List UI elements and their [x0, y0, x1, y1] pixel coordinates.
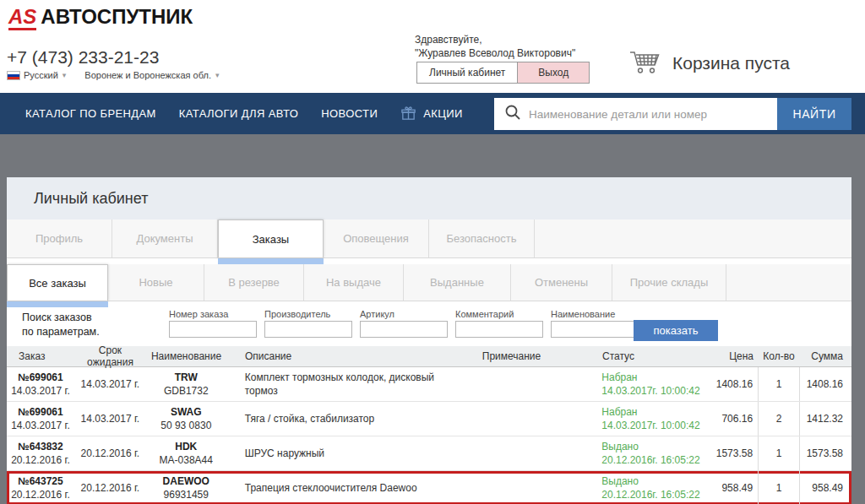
description-cell: ШРУС наружный [226, 436, 438, 470]
gift-icon [400, 106, 416, 122]
table-row[interactable]: №699061 14.03.2017 г. 14.03.2017 г. SWAG… [7, 402, 851, 436]
region-selector[interactable]: Воронеж и Воронежская обл. ▾ [84, 70, 219, 80]
filter-field-name: Наименование [551, 309, 642, 338]
note-cell [437, 367, 585, 401]
page-title: Личный кабинет [7, 177, 851, 219]
orders-filter: Поиск заказов по параметрам. Номер заказ… [7, 307, 851, 346]
brand: HDK [146, 440, 226, 453]
personal-cabinet-panel: Личный кабинет Профиль Документы Заказы … [7, 177, 851, 504]
comment-label: Комментарий [455, 309, 547, 319]
name-cell: SWAG 50 93 0830 [146, 402, 226, 436]
main-nav: КАТАЛОГ ПО БРЕНДАМ КАТАЛОГИ ДЛЯ АВТО НОВ… [0, 93, 865, 134]
logout-button[interactable]: Выход [517, 62, 589, 83]
wait-date-cell: 20.12.2016 г. [74, 471, 146, 504]
language-selector[interactable]: Русский ▾ [7, 70, 66, 80]
orders-table: Заказ Срок ожидания Наименование Описани… [7, 346, 851, 504]
brand: DAEWOO [146, 474, 226, 488]
status-cell: Выдано 20.12.2016г. 16:05:22 [585, 436, 711, 470]
article-number: 50 93 0830 [146, 419, 226, 432]
phone-number: +7 (473) 233-21-23 [7, 47, 159, 68]
comment-input[interactable] [455, 321, 543, 338]
table-row[interactable]: №643832 20.12.2016 г. 20.12.2016 г. HDK … [7, 436, 851, 471]
subtab-issued[interactable]: Выданные [404, 264, 511, 301]
language-label: Русский [24, 70, 58, 80]
table-row[interactable]: №699061 14.03.2017 г. 14.03.2017 г. TRW … [7, 367, 851, 402]
status-date: 14.03.2017г. 10:00:42 [601, 384, 711, 398]
wait-date-cell: 14.03.2017 г. [74, 402, 146, 436]
filter-field-article: Артикул [360, 309, 451, 338]
cabinet-tabs: Профиль Документы Заказы Оповещения Безо… [7, 219, 851, 258]
column-header-sum: Сумма [799, 350, 851, 362]
subtab-pickup[interactable]: На выдаче [304, 264, 404, 301]
nav-item-catalog-brands[interactable]: КАТАЛОГ ПО БРЕНДАМ [25, 107, 156, 120]
order-cell: №699061 14.03.2017 г. [7, 367, 74, 401]
order-number-input[interactable] [169, 321, 257, 338]
name-cell: TRW GDB1732 [146, 367, 226, 401]
personal-cabinet-button[interactable]: Личный кабинет [417, 62, 517, 83]
column-header-order: Заказ [7, 350, 74, 362]
region-label: Воронеж и Воронежская обл. [84, 70, 211, 80]
subtab-new[interactable]: Новые [108, 264, 204, 301]
order-date: 14.03.2017 г. [7, 384, 74, 398]
status-label: Набран [601, 371, 711, 384]
search-input[interactable] [529, 108, 777, 121]
article-number: 96931459 [146, 488, 226, 501]
status-cell: Набран 14.03.2017г. 10:00:42 [585, 402, 711, 436]
status-date: 14.03.2017г. 10:00:42 [601, 419, 711, 432]
column-header-name: Наименование [146, 350, 226, 362]
subtab-all-orders[interactable]: Все заказы [7, 264, 108, 301]
chevron-down-icon: ▾ [63, 71, 67, 79]
description-cell: Тяга / стойка, стабилизатор [226, 402, 438, 436]
search-bar [494, 98, 777, 130]
russia-flag-icon [7, 71, 20, 80]
column-header-description: Описание [226, 350, 438, 362]
order-date: 20.12.2016 г. [7, 453, 74, 467]
nav-item-news[interactable]: НОВОСТИ [321, 107, 378, 120]
status-label: Набран [601, 405, 711, 419]
name-input[interactable] [551, 321, 639, 338]
subtab-reserved[interactable]: В резерве [204, 264, 304, 301]
nav-item-promotions[interactable]: АКЦИИ [400, 106, 463, 122]
manufacturer-input[interactable] [264, 321, 352, 338]
greeting-text: Здравствуйте, "Журавлев Всеволод Викторо… [415, 33, 575, 60]
column-header-note: Примечание [438, 350, 585, 362]
chevron-down-icon: ▾ [215, 71, 220, 79]
status-cell: Выдано 20.12.2016г. 16:05:22 [585, 471, 711, 504]
subtab-cancelled[interactable]: Отменены [511, 264, 612, 301]
tab-security[interactable]: Безопасность [429, 219, 535, 257]
tab-notifications[interactable]: Оповещения [324, 219, 429, 257]
orders-subtabs: Все заказы Новые В резерве На выдаче Выд… [7, 264, 851, 301]
show-button[interactable]: показать [634, 320, 718, 341]
tab-orders[interactable]: Заказы [218, 219, 324, 257]
site-logo[interactable]: ASАВТОСПУТНИК [8, 5, 193, 29]
order-number: №643832 [7, 440, 74, 453]
filter-caption-line1: Поиск заказов [22, 311, 100, 325]
brand: SWAG [146, 405, 226, 419]
cart-button[interactable]: Корзина пуста [628, 47, 790, 79]
column-header-status: Статус [585, 350, 712, 362]
order-date: 14.03.2017 г. [7, 419, 74, 432]
name-cell: HDK MA-038A44 [146, 436, 226, 470]
sum-cell: 1408.16 [799, 367, 851, 401]
nav-item-catalog-auto[interactable]: КАТАЛОГИ ДЛЯ АВТО [179, 107, 298, 120]
note-cell [437, 471, 585, 504]
search-icon [504, 104, 521, 124]
column-header-qty: Кол-во [759, 350, 799, 362]
filter-field-order-number: Номер заказа [169, 309, 260, 338]
tab-profile[interactable]: Профиль [7, 219, 112, 257]
filter-caption: Поиск заказов по параметрам. [22, 311, 100, 339]
note-cell [437, 436, 585, 470]
nav-item-promotions-label: АКЦИИ [423, 107, 463, 120]
greeting-line1: Здравствуйте, [415, 33, 575, 46]
article-number: MA-038A44 [146, 453, 226, 467]
search-button[interactable]: НАЙТИ [777, 98, 851, 130]
article-input[interactable] [360, 321, 448, 338]
tab-documents[interactable]: Документы [112, 219, 218, 257]
subtab-other-warehouses[interactable]: Прочие склады [612, 264, 726, 301]
logo-as-mark: AS [8, 5, 36, 30]
locale-bar: Русский ▾ Воронеж и Воронежская обл. ▾ [7, 70, 219, 80]
filter-field-comment: Комментарий [455, 309, 547, 338]
status-label: Выдано [601, 440, 711, 453]
table-row-highlighted[interactable]: №643725 20.12.2016 г. 20.12.2016 г. DAEW… [7, 471, 851, 504]
description-cell: Комплект тормозных колодок, дисковый тор… [226, 367, 438, 401]
